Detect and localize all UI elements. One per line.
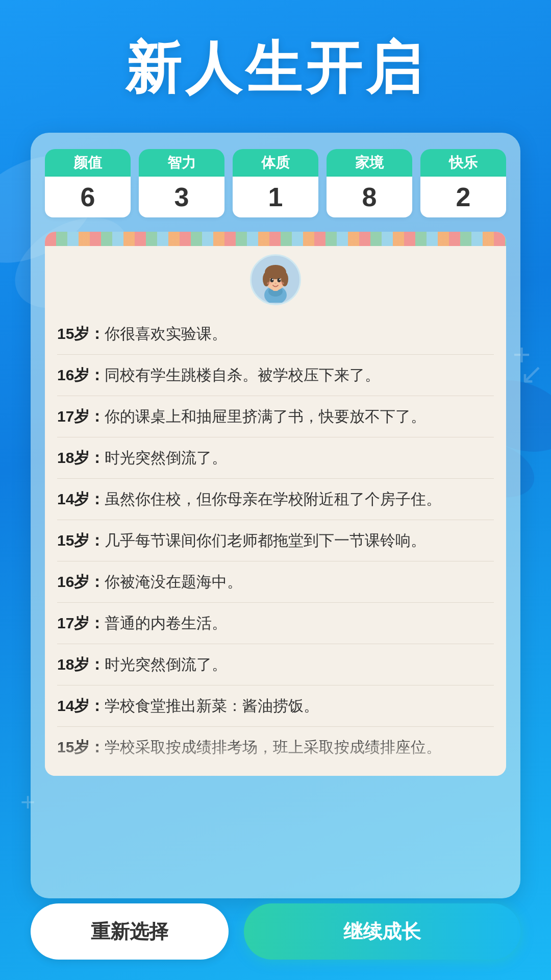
story-item: 14岁：虽然你住校，但你母亲在学校附近租了个房子住。: [57, 479, 494, 520]
continue-button[interactable]: 继续成长: [244, 903, 521, 960]
story-text: 同校有学生跳楼自杀。被学校压下来了。: [105, 366, 380, 383]
story-text: 几乎每节课间你们老师都拖堂到下一节课铃响。: [105, 532, 426, 549]
story-item: 15岁：几乎每节课间你们老师都拖堂到下一节课铃响。: [57, 520, 494, 561]
story-card: 15岁：你很喜欢实验课。16岁：同校有学生跳楼自杀。被学校压下来了。17岁：你的…: [45, 232, 506, 776]
svg-point-14: [274, 283, 277, 284]
story-age: 18岁：: [57, 449, 105, 466]
story-item: 18岁：时光突然倒流了。: [57, 437, 494, 479]
stat-item: 体质 1: [233, 149, 318, 217]
story-age: 15岁：: [57, 325, 105, 342]
stat-item: 快乐 2: [420, 149, 506, 217]
story-fade: [45, 735, 506, 776]
avatar-container: [45, 254, 506, 305]
story-text: 时光突然倒流了。: [105, 449, 227, 466]
story-text: 你很喜欢实验课。: [105, 325, 227, 342]
restart-button[interactable]: 重新选择: [31, 903, 229, 960]
svg-point-12: [267, 282, 272, 285]
story-item: 14岁：学校食堂推出新菜：酱油捞饭。: [57, 685, 494, 727]
bottom-buttons: 重新选择 继续成长: [31, 903, 520, 960]
stat-item: 颜值 6: [45, 149, 131, 217]
story-age: 16岁：: [57, 366, 105, 383]
stat-item: 智力 3: [139, 149, 224, 217]
stat-label: 体质: [233, 149, 318, 177]
page-title: 新人生开启: [0, 31, 551, 107]
stat-label: 颜值: [45, 149, 131, 177]
stats-row: 颜值 6 智力 3 体质 1 家境 8 快乐 2: [45, 149, 506, 217]
story-list: 15岁：你很喜欢实验课。16岁：同校有学生跳楼自杀。被学校压下来了。17岁：你的…: [45, 313, 506, 768]
avatar: [250, 254, 301, 305]
story-text: 你的课桌上和抽屉里挤满了书，快要放不下了。: [105, 408, 426, 425]
svg-point-11: [279, 279, 280, 280]
bg-arrow-icon: ↙: [520, 357, 543, 390]
story-text: 普通的内卷生活。: [105, 615, 227, 631]
stat-label: 快乐: [420, 149, 506, 177]
story-text: 学校食堂推出新菜：酱油捞饭。: [105, 697, 319, 714]
stat-value: 2: [420, 177, 506, 217]
story-text: 虽然你住校，但你母亲在学校附近租了个房子住。: [105, 491, 441, 507]
story-age: 15岁：: [57, 532, 105, 549]
main-card: 颜值 6 智力 3 体质 1 家境 8 快乐 2: [31, 133, 520, 898]
stat-value: 3: [139, 177, 224, 217]
story-age: 18岁：: [57, 656, 105, 673]
story-item: 16岁：同校有学生跳楼自杀。被学校压下来了。: [57, 355, 494, 396]
story-item: 17岁：普通的内卷生活。: [57, 603, 494, 644]
stat-value: 8: [327, 177, 412, 217]
story-age: 16岁：: [57, 573, 105, 590]
story-text: 时光突然倒流了。: [105, 656, 227, 673]
story-text: 你被淹没在题海中。: [105, 573, 242, 590]
stat-value: 1: [233, 177, 318, 217]
story-item: 16岁：你被淹没在题海中。: [57, 561, 494, 603]
story-age: 14岁：: [57, 491, 105, 507]
story-item: 15岁：你很喜欢实验课。: [57, 313, 494, 355]
stat-item: 家境 8: [327, 149, 412, 217]
svg-point-9: [278, 278, 281, 282]
stat-label: 家境: [327, 149, 412, 177]
story-item: 17岁：你的课桌上和抽屉里挤满了书，快要放不下了。: [57, 396, 494, 437]
story-age: 17岁：: [57, 408, 105, 425]
stat-value: 6: [45, 177, 131, 217]
svg-point-8: [270, 278, 274, 282]
svg-point-10: [272, 279, 273, 280]
story-age: 17岁：: [57, 615, 105, 631]
stat-label: 智力: [139, 149, 224, 177]
zigzag-header: [45, 232, 506, 246]
svg-point-13: [279, 282, 284, 285]
story-age: 14岁：: [57, 697, 105, 714]
story-item: 18岁：时光突然倒流了。: [57, 644, 494, 685]
